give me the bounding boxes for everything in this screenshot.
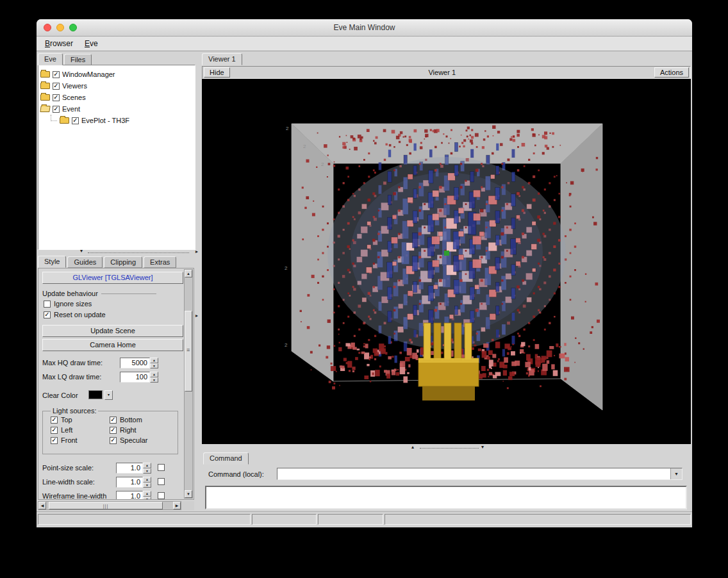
scale-label: Line-width scale: [42, 478, 95, 486]
spinner-value[interactable]: 1.0 [116, 477, 143, 488]
tree-style-splitter[interactable]: ▾ [38, 250, 194, 255]
tree-item-label: Viewers [62, 82, 87, 90]
scrollbar-corner [181, 501, 194, 510]
command-combobox[interactable]: ▼ [277, 468, 682, 480]
tab-files[interactable]: Files [64, 54, 92, 65]
splitter-arrow-icon[interactable]: ▾ [80, 248, 83, 254]
splitter-arrow-icon[interactable]: ▸ [195, 249, 198, 254]
viewer-tab-bar: Viewer 1 [202, 53, 244, 65]
scroll-down-button[interactable]: ▼ [185, 490, 192, 498]
scrollbar-thumb[interactable]: ||| [49, 502, 163, 509]
tree[interactable]: WindowManagerViewersScenesEventEvePlot -… [38, 65, 195, 250]
tree-checkbox[interactable] [53, 94, 60, 101]
scale-checkbox[interactable] [158, 464, 165, 471]
tree-row[interactable]: Viewers [40, 80, 193, 92]
folder-icon [40, 71, 50, 78]
viewer-header: Hide Viewer 1 Actions [202, 66, 691, 79]
style-tab-guides[interactable]: Guides [67, 256, 103, 268]
scale-spinner[interactable]: 1.0▲▼ [116, 491, 151, 500]
tab-viewer-1[interactable]: Viewer 1 [202, 53, 242, 65]
spin-up-icon[interactable]: ▲ [143, 491, 151, 497]
title-bar[interactable]: Eve Main Window [37, 19, 692, 37]
folder-icon [60, 117, 69, 124]
scale-rows: Point-size scale:1.0▲▼Line-width scale:1… [38, 268, 194, 499]
tree-item-label: Event [62, 105, 80, 113]
style-panel: GLViewer [TGLSAViewer] Update behaviour … [38, 268, 194, 500]
tree-row[interactable]: Event [40, 103, 193, 115]
scroll-left-button[interactable]: ◀ [38, 502, 46, 509]
viewer-canvas[interactable]: 22222 [202, 79, 691, 444]
scale-checkbox[interactable] [158, 478, 165, 485]
tree-checkbox[interactable] [53, 106, 60, 113]
svg-text:2: 2 [285, 265, 288, 271]
viewer-title: Viewer 1 [231, 69, 653, 76]
spin-down-icon[interactable]: ▼ [143, 468, 151, 474]
svg-text:2: 2 [285, 342, 288, 348]
chevron-down-icon: ▼ [674, 472, 679, 476]
tree-item-label: EvePlot - TH3F [81, 117, 129, 124]
svg-text:2: 2 [303, 144, 306, 149]
command-output[interactable] [205, 486, 687, 509]
scrollbar-thumb[interactable] [185, 311, 192, 392]
splitter-arrow-icon[interactable]: ▴ [411, 444, 414, 450]
panel-splitter[interactable]: ▸ ▸ [194, 50, 202, 511]
tab-eve[interactable]: Eve [38, 53, 63, 65]
splitter-arrow-icon[interactable]: ▾ [481, 444, 484, 450]
status-cell [38, 514, 251, 525]
style-tab-clipping[interactable]: Clipping [104, 256, 142, 268]
gl-viewport[interactable]: 22222 [202, 79, 691, 444]
folder-icon [40, 83, 50, 89]
status-cell [385, 514, 691, 525]
spin-up-icon[interactable]: ▲ [143, 463, 151, 468]
menu-browser[interactable]: Browser [39, 38, 79, 49]
spinner-value[interactable]: 1.0 [116, 491, 143, 500]
status-bar [37, 511, 692, 527]
style-tab-bar: StyleGuidesClippingExtras [38, 256, 178, 268]
command-input[interactable] [277, 468, 670, 479]
style-horizontal-scrollbar[interactable]: ◀ ||| ▶ [38, 501, 181, 510]
tree-checkbox[interactable] [53, 71, 60, 78]
hide-button[interactable]: Hide [204, 67, 230, 78]
menu-bar: BrowserEve [37, 37, 692, 51]
scale-spinner[interactable]: 1.0▲▼ [116, 477, 151, 488]
scale-label: Point-size scale: [42, 464, 94, 472]
scale-spinner[interactable]: 1.0▲▼ [116, 463, 151, 474]
eve-main-window: Eve Main Window BrowserEve EveFiles Wind… [37, 19, 692, 527]
spin-up-icon[interactable]: ▲ [143, 477, 151, 483]
spinner-arrows[interactable]: ▲▼ [143, 477, 151, 488]
scroll-right-button[interactable]: ▶ [173, 502, 181, 509]
scale-checkbox[interactable] [158, 492, 165, 499]
left-tab-bar: EveFiles [38, 53, 93, 65]
menu-eve[interactable]: Eve [79, 38, 104, 49]
spinner-arrows[interactable]: ▲▼ [143, 463, 151, 474]
svg-text:2: 2 [321, 161, 324, 167]
splitter-arrow-icon[interactable]: ▸ [195, 313, 198, 318]
tree-checkbox[interactable] [72, 117, 79, 124]
scroll-up-button[interactable]: ▲ [185, 270, 192, 277]
tree-row[interactable]: Scenes [40, 92, 193, 103]
command-label: Command (local): [208, 470, 264, 478]
style-vertical-scrollbar[interactable]: ▲ ▼ [184, 269, 193, 499]
style-tab-style[interactable]: Style [38, 256, 66, 268]
tree-row[interactable]: EvePlot - TH3F [40, 115, 193, 126]
folder-icon [40, 106, 50, 112]
spinner-arrows[interactable]: ▲▼ [143, 491, 151, 500]
tree-row[interactable]: WindowManager [40, 69, 193, 80]
tree-item-label: Scenes [62, 94, 86, 101]
viewer-command-splitter[interactable]: ▴ ▾ [202, 445, 691, 451]
spin-down-icon[interactable]: ▼ [143, 483, 151, 488]
actions-button[interactable]: Actions [654, 67, 689, 78]
command-dropdown-button[interactable]: ▼ [670, 468, 682, 479]
scale-label: Wireframe line-width [42, 492, 106, 500]
tab-command[interactable]: Command [203, 452, 249, 465]
splitter-dots [88, 252, 189, 253]
tree-checkbox[interactable] [53, 83, 60, 90]
spin-down-icon[interactable]: ▼ [143, 497, 151, 500]
spinner-value[interactable]: 1.0 [116, 463, 143, 474]
style-tab-extras[interactable]: Extras [144, 256, 176, 268]
status-cell [318, 514, 383, 525]
window-title: Eve Main Window [37, 23, 692, 32]
splitter-dots [420, 448, 479, 449]
folder-icon [40, 94, 50, 101]
svg-text:2: 2 [286, 126, 289, 131]
